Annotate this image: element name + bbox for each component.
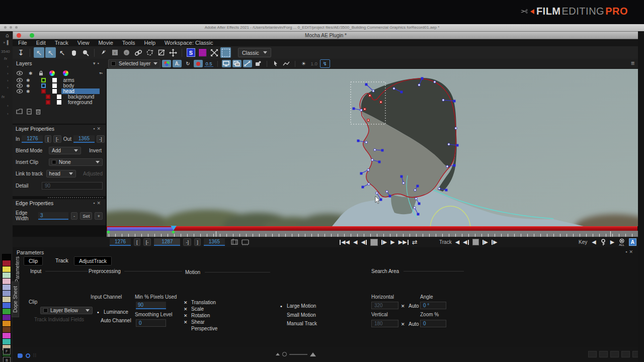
fill-color-swatch[interactable]	[52, 89, 57, 94]
large-motion-radio[interactable]: •Large Motion	[280, 302, 316, 310]
timeline-out-field[interactable]: 1365	[204, 238, 225, 246]
home-icon[interactable]: ⌂	[6, 32, 9, 38]
refresh-view-icon[interactable]: ↻	[183, 60, 192, 67]
memory-usage-icon[interactable]	[242, 239, 249, 245]
layer-row[interactable]: ✱ arms	[17, 77, 106, 83]
menu-file[interactable]: File	[18, 40, 27, 46]
layer-list-menu-icon[interactable]: ▾▪	[99, 71, 103, 75]
invert-label[interactable]: Invert	[89, 148, 102, 153]
insert-clip-dropdown[interactable]: None	[49, 158, 103, 166]
clip-source-dropdown[interactable]: Layer Below	[40, 307, 93, 314]
fill-color-swatch[interactable]	[52, 78, 57, 82]
motion-path-icon[interactable]	[282, 60, 291, 67]
menu-tools[interactable]: Tools	[122, 40, 135, 46]
vertical-auto-checkbox[interactable]: ✕Auto	[401, 321, 419, 327]
link-tool-icon[interactable]	[133, 47, 143, 58]
in-field[interactable]: 1276	[22, 135, 43, 143]
tab-track[interactable]: Track	[51, 256, 73, 264]
edge-width-field[interactable]: 3	[38, 212, 68, 220]
background-color-box[interactable]: B	[3, 357, 11, 362]
nudge-in-button[interactable]: [-	[53, 135, 61, 143]
nudge-out-button[interactable]: -]	[97, 135, 105, 143]
menu-movie[interactable]: Movie	[98, 40, 113, 46]
viewer-canvas[interactable]	[107, 69, 638, 226]
select-tool-icon[interactable]: ↖	[34, 47, 44, 58]
fill-color-swatch[interactable]	[52, 83, 57, 88]
zoom-slider-track[interactable]	[289, 354, 307, 355]
track-forward-button[interactable]: ▶	[492, 239, 497, 245]
ae-traffic-lights[interactable]	[4, 26, 18, 29]
stop-button[interactable]	[370, 239, 378, 246]
close-window-button[interactable]	[17, 33, 21, 38]
step-forward-button[interactable]: ▶	[381, 239, 387, 245]
small-motion-radio[interactable]: Small Motion	[287, 311, 316, 319]
stabilize-view-icon[interactable]	[254, 60, 263, 67]
xspline-rect-tool-icon[interactable]: x	[110, 47, 120, 58]
bottom-right-buttons[interactable]	[588, 351, 641, 357]
rotate-tool-icon[interactable]	[144, 47, 155, 58]
all-keys-icon[interactable]: ALL	[619, 238, 624, 246]
pan-tool-icon[interactable]	[68, 47, 79, 58]
luminance-radio[interactable]: •Luminance	[97, 308, 128, 316]
gear-icon[interactable]: ✱	[26, 89, 30, 94]
close-icon[interactable]: ✕	[629, 249, 635, 254]
menu-view[interactable]: View	[77, 40, 90, 46]
brightness-icon[interactable]: ☀	[299, 60, 308, 67]
move-tool-icon[interactable]	[168, 47, 178, 58]
tab-adjusttrack[interactable]: AdjustTrack	[74, 256, 112, 265]
trash-icon[interactable]	[36, 109, 41, 115]
timeline-in-field[interactable]: 1276	[110, 238, 131, 246]
spline-color-swatch[interactable]	[41, 83, 46, 88]
close-icon[interactable]: ✕	[97, 201, 103, 206]
set-in-button[interactable]: [	[134, 238, 140, 246]
view-preset-dropdown[interactable]: Classic	[238, 48, 271, 57]
play-button[interactable]: ▶	[390, 239, 394, 245]
zoom-tool-icon[interactable]	[80, 47, 91, 58]
save-icon[interactable]: ↧	[16, 47, 26, 58]
delete-key-icon[interactable]	[601, 239, 606, 246]
menu-workspace[interactable]: Workspace: Classic	[165, 40, 213, 46]
create-xspline-tool-icon[interactable]: x	[98, 47, 109, 58]
panel-drag-handle[interactable]	[48, 197, 103, 198]
show-zoom-window-icon[interactable]	[220, 47, 231, 58]
zoom-in-icon[interactable]	[310, 352, 316, 356]
layer-view-dropdown[interactable]: Selected layer	[108, 59, 160, 68]
layer-name[interactable]: head	[61, 88, 100, 94]
rgb-channels-icon[interactable]	[162, 60, 171, 67]
fill-color-swatch[interactable]	[57, 100, 61, 105]
scale-tool-icon[interactable]	[156, 47, 167, 58]
layer-row[interactable]: foreground	[17, 100, 106, 105]
auto-channel-radio[interactable]: Auto Channel	[101, 316, 131, 325]
play-backward-button[interactable]: ◀	[353, 239, 357, 245]
fill-color-swatch[interactable]	[57, 95, 61, 99]
add-point-tool-icon[interactable]: ↖	[57, 47, 67, 58]
mesh-grid-icon[interactable]	[197, 47, 208, 58]
eye-icon[interactable]	[17, 83, 23, 88]
close-icon[interactable]: ✕	[97, 126, 103, 131]
out-field[interactable]: 1365	[73, 135, 95, 143]
show-splines-icon[interactable]: S	[186, 47, 196, 58]
spline-color-swatch[interactable]	[46, 95, 50, 99]
eye-icon[interactable]	[17, 89, 23, 94]
tab-clip[interactable]: Clip	[24, 256, 43, 265]
show-layers-icon[interactable]	[232, 60, 242, 67]
tab-dope-sheet[interactable]: Dope Sheet	[12, 282, 19, 317]
autokey-toggle[interactable]: A	[629, 238, 636, 246]
cursor-info-icon[interactable]	[271, 60, 280, 67]
loop-mode-button[interactable]: ⇄	[412, 239, 418, 245]
set-in-button[interactable]: [	[45, 135, 51, 143]
track-step-forward-button[interactable]: ▶	[482, 239, 488, 245]
jump-start-button[interactable]: ◀◀	[340, 239, 350, 245]
shear-checkbox[interactable]: ✕Shear	[184, 319, 205, 325]
sync-tag-icon[interactable]	[26, 353, 30, 358]
timeline-tracked-range[interactable]	[107, 226, 174, 231]
horizontal-auto-checkbox[interactable]: ✕Auto	[401, 303, 419, 309]
zoom-window-button[interactable]	[30, 33, 34, 38]
clip-tag-icon[interactable]	[18, 353, 23, 358]
alpha-channel-icon[interactable]: A.	[173, 60, 182, 67]
link-to-track-dropdown[interactable]: head	[46, 170, 76, 177]
track-backward-button[interactable]: ◀	[455, 239, 459, 245]
spline-color-swatch[interactable]	[41, 78, 46, 82]
nudge-out-button[interactable]: -]	[183, 238, 191, 246]
grip-handle-icon[interactable]: ⁞⁞	[33, 353, 37, 358]
